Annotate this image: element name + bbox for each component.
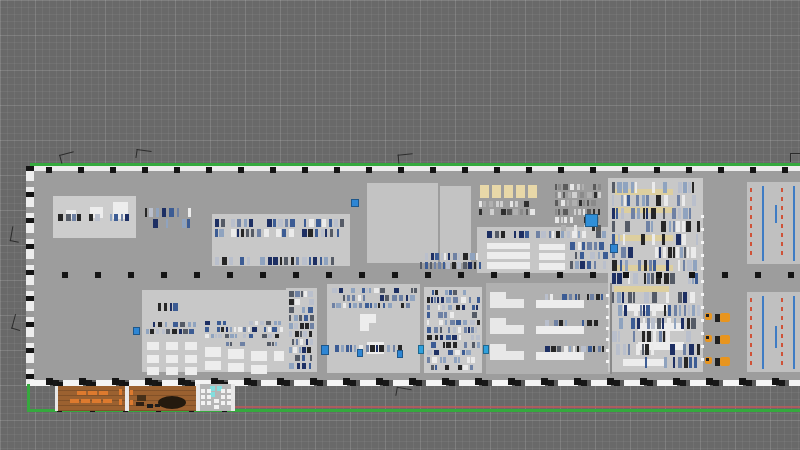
stall bbox=[214, 399, 219, 403]
equipment-item bbox=[564, 346, 568, 352]
equipment-item bbox=[612, 260, 617, 271]
equipment-item bbox=[310, 315, 314, 321]
agv-marker[interactable] bbox=[133, 327, 140, 335]
machine-block[interactable] bbox=[332, 287, 417, 309]
equipment-item bbox=[663, 331, 665, 342]
equipment-item bbox=[647, 331, 651, 342]
equipment-item bbox=[476, 305, 478, 310]
equipment-item bbox=[462, 350, 465, 355]
equipment-item bbox=[682, 195, 685, 206]
equipment-item bbox=[291, 257, 294, 265]
equipment-item bbox=[577, 346, 579, 352]
blue-machine[interactable] bbox=[585, 214, 598, 227]
equipment-item bbox=[490, 209, 494, 215]
equipment-item bbox=[427, 350, 432, 355]
equipment-item bbox=[582, 184, 584, 190]
machine-rows[interactable] bbox=[146, 321, 196, 335]
equipment-item bbox=[663, 247, 666, 258]
equipment-item bbox=[496, 201, 499, 207]
equipment-item bbox=[472, 312, 477, 317]
structural-column bbox=[491, 272, 497, 278]
equipment-item bbox=[563, 209, 568, 215]
equipment-item bbox=[264, 327, 266, 331]
station-dot bbox=[701, 332, 704, 335]
equipment-item bbox=[618, 331, 620, 342]
equipment-item bbox=[450, 312, 454, 317]
forklift-pair[interactable] bbox=[705, 334, 731, 344]
equipment-item bbox=[612, 208, 615, 219]
equipment-item bbox=[289, 331, 292, 337]
machine-block[interactable] bbox=[205, 320, 283, 339]
conveyor-line[interactable] bbox=[58, 213, 130, 222]
forklift-pair[interactable] bbox=[705, 356, 731, 366]
equipment-item bbox=[545, 320, 549, 326]
equipment-item bbox=[335, 345, 339, 352]
equipment-item bbox=[587, 192, 592, 198]
equipment-item bbox=[643, 208, 645, 219]
equipment-item bbox=[427, 357, 430, 362]
storage-block[interactable] bbox=[367, 183, 438, 263]
shelf-bar bbox=[185, 355, 197, 363]
structural-column bbox=[607, 378, 614, 385]
agv-marker[interactable] bbox=[397, 350, 403, 358]
line-row[interactable] bbox=[545, 293, 607, 301]
equipment-item bbox=[568, 192, 571, 198]
equipment-item bbox=[612, 331, 617, 342]
equipment-item bbox=[435, 253, 439, 260]
equipment-item bbox=[410, 295, 415, 300]
machine-row[interactable] bbox=[335, 344, 417, 353]
machine-strip[interactable] bbox=[289, 290, 315, 370]
machine-rows[interactable] bbox=[215, 218, 348, 238]
machine-group[interactable] bbox=[145, 207, 197, 229]
equipment-item bbox=[443, 342, 445, 347]
machine-rows[interactable] bbox=[420, 252, 482, 270]
equipment-item bbox=[475, 327, 477, 332]
equipment-item bbox=[688, 305, 690, 316]
equipment-item bbox=[267, 219, 272, 227]
equipment-item bbox=[289, 323, 293, 329]
equipment-item bbox=[313, 257, 317, 265]
long-line-upper[interactable] bbox=[612, 181, 700, 285]
equipment-item bbox=[674, 305, 677, 316]
equipment-item bbox=[620, 260, 622, 271]
agv-marker[interactable] bbox=[321, 345, 329, 355]
equipment-item bbox=[617, 292, 621, 303]
machine-rows[interactable] bbox=[570, 241, 608, 270]
machine-columns[interactable] bbox=[479, 200, 537, 216]
machine-row[interactable] bbox=[205, 341, 283, 347]
equipment-item bbox=[295, 355, 300, 361]
agv-marker[interactable] bbox=[610, 244, 618, 253]
equipment-item bbox=[674, 318, 676, 329]
equipment-item bbox=[555, 217, 559, 223]
station-dot bbox=[701, 345, 704, 348]
equipment-item bbox=[617, 182, 622, 193]
forklift-icon bbox=[720, 335, 730, 344]
agv-marker[interactable] bbox=[357, 349, 363, 357]
agv-marker[interactable] bbox=[418, 345, 424, 354]
equipment-item bbox=[376, 345, 378, 352]
machine-row[interactable] bbox=[215, 256, 348, 266]
structural-column bbox=[270, 167, 276, 173]
equipment-item bbox=[352, 295, 355, 300]
equipment-item bbox=[310, 339, 313, 345]
stall bbox=[201, 389, 205, 393]
equipment-item bbox=[300, 323, 304, 329]
equipment-item bbox=[479, 209, 482, 215]
equipment-item bbox=[664, 273, 669, 284]
machine-row[interactable] bbox=[146, 302, 186, 312]
structural-column bbox=[654, 167, 660, 173]
line-row[interactable] bbox=[545, 319, 607, 327]
line-row[interactable] bbox=[545, 345, 607, 353]
long-line-lower[interactable] bbox=[612, 291, 700, 369]
forklift-pair[interactable] bbox=[705, 312, 731, 322]
machine-row[interactable] bbox=[480, 230, 606, 239]
agv-marker[interactable] bbox=[483, 345, 489, 354]
agv-marker[interactable] bbox=[351, 199, 359, 207]
structural-column bbox=[739, 378, 746, 385]
layout-canvas[interactable] bbox=[0, 0, 800, 450]
equipment-item bbox=[276, 229, 281, 237]
dense-grid[interactable] bbox=[427, 289, 480, 371]
structural-column bbox=[310, 378, 317, 385]
equipment-item bbox=[165, 322, 167, 327]
equipment-item bbox=[559, 320, 563, 326]
